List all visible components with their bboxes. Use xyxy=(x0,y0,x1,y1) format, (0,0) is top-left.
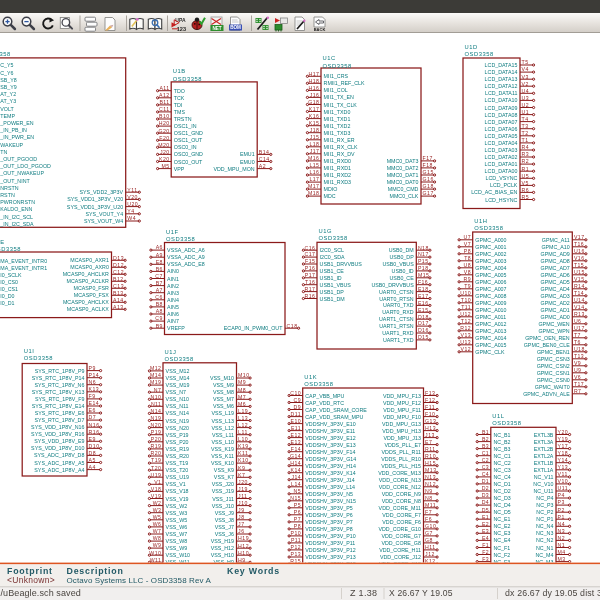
svg-text:VDDSHV_3P3V_P7: VDDSHV_3P3V_P7 xyxy=(305,519,352,525)
svg-text:GPMC_A011: GPMC_A011 xyxy=(475,314,506,320)
svg-text:H17: H17 xyxy=(309,71,320,77)
svg-text:R11: R11 xyxy=(425,446,435,452)
svg-text:MMC0_DAT3: MMC0_DAT3 xyxy=(387,158,419,164)
svg-text:T2: T2 xyxy=(522,130,529,136)
svg-text:B9: B9 xyxy=(156,323,163,329)
svg-text:VDD_CORE_G10: VDD_CORE_G10 xyxy=(379,526,421,532)
svg-text:N19: N19 xyxy=(151,415,162,421)
svg-text:B14: B14 xyxy=(259,149,270,155)
svg-text:NRSTN: NRSTN xyxy=(0,185,18,191)
svg-text:GPMC_CSN1: GPMC_CSN1 xyxy=(537,370,570,376)
svg-text:GPMC_A015: GPMC_A015 xyxy=(475,342,506,348)
svg-text:LCD_DATA12: LCD_DATA12 xyxy=(485,83,518,89)
svg-text:T8: T8 xyxy=(464,255,471,261)
svg-text:_IN_I2C_SCL: _IN_I2C_SCL xyxy=(0,214,33,220)
svg-text:GPMC_AD9: GPMC_AD9 xyxy=(541,251,570,257)
svg-text:U1E: U1E xyxy=(0,239,5,245)
svg-text:UART0_RTSN: UART0_RTSN xyxy=(379,296,414,302)
svg-text:RSTN: RSTN xyxy=(0,192,15,198)
svg-text:C16: C16 xyxy=(305,245,316,251)
svg-text:SB_Y9: SB_Y9 xyxy=(0,84,17,90)
svg-text:E6: E6 xyxy=(89,407,96,413)
svg-text:OSC0_GND: OSC0_GND xyxy=(174,151,203,157)
svg-text:VSS_P20: VSS_P20 xyxy=(166,439,189,445)
svg-text:SYS_RTC_1P8V_F9: SYS_RTC_1P8V_F9 xyxy=(35,396,84,402)
svg-text:P8: P8 xyxy=(294,523,301,529)
svg-text:UART1_TXD: UART1_TXD xyxy=(383,337,414,343)
svg-text:UART0_CTSN: UART0_CTSN xyxy=(379,289,414,295)
svg-text:SYS_RTC_1P8V_E14: SYS_RTC_1P8V_E14 xyxy=(32,403,85,409)
svg-text:VSS_K9: VSS_K9 xyxy=(214,467,234,473)
svg-text:_POWER_EN: _POWER_EN xyxy=(0,120,34,126)
svg-text:H19: H19 xyxy=(238,535,249,541)
svg-text:VSS_J6: VSS_J6 xyxy=(215,531,234,537)
svg-text:OSD3358: OSD3358 xyxy=(474,225,503,231)
svg-text:CAP_VDD_SRAM_MPU: CAP_VDD_SRAM_MPU xyxy=(305,414,363,420)
svg-text:MMC0_CLK: MMC0_CLK xyxy=(390,193,419,199)
svg-text:EXTL2B: EXTL2B xyxy=(534,446,554,452)
svg-text:V19: V19 xyxy=(151,493,162,499)
svg-text:VDD_MPU_F10: VDD_MPU_F10 xyxy=(383,414,421,420)
svg-text:F1: F1 xyxy=(482,542,489,548)
svg-text:VSS_N10: VSS_N10 xyxy=(166,396,189,402)
svg-text:R16: R16 xyxy=(89,429,100,435)
svg-text:NET: NET xyxy=(212,26,221,31)
svg-text:OSD3358: OSD3358 xyxy=(173,76,202,82)
svg-text:NC_D4: NC_D4 xyxy=(493,502,510,508)
svg-text:GPMC_ADVN_ALE: GPMC_ADVN_ALE xyxy=(523,391,570,397)
svg-text:GPMC_BEN1: GPMC_BEN1 xyxy=(537,349,570,355)
svg-text:VSS_H10: VSS_H10 xyxy=(211,552,234,558)
svg-text:AIN2: AIN2 xyxy=(167,283,179,289)
svg-text:J19: J19 xyxy=(238,486,248,492)
svg-text:N17: N17 xyxy=(418,251,429,257)
svg-text:GPMC_OEN_REN: GPMC_OEN_REN xyxy=(525,335,570,341)
svg-text:N4: N4 xyxy=(558,521,566,527)
svg-text:K13: K13 xyxy=(89,386,100,392)
svg-text:M17: M17 xyxy=(308,183,319,189)
svg-text:VSS_J8: VSS_J8 xyxy=(215,517,234,523)
svg-text:D2: D2 xyxy=(482,485,490,491)
svg-text:NC_C4: NC_C4 xyxy=(493,474,510,480)
svg-text:G10: G10 xyxy=(425,523,436,529)
svg-text:R7: R7 xyxy=(574,388,582,394)
svg-text:CAP_VDD_RTC: CAP_VDD_RTC xyxy=(305,400,344,406)
svg-text:SYS_VDD_1P8V_N16: SYS_VDD_1P8V_N16 xyxy=(31,424,84,430)
svg-text:VREFP: VREFP xyxy=(167,325,185,331)
svg-text:R10: R10 xyxy=(425,453,436,459)
svg-text:J13: J13 xyxy=(425,432,435,438)
svg-text:N6: N6 xyxy=(89,379,97,385)
svg-text:LCD_DATA01: LCD_DATA01 xyxy=(485,161,518,167)
svg-text:VDDSHV_3P3V_E11: VDDSHV_3P3V_E11 xyxy=(305,428,355,434)
svg-text:N20: N20 xyxy=(151,422,162,428)
svg-text:A12: A12 xyxy=(159,92,170,98)
svg-text:M6: M6 xyxy=(238,401,246,407)
svg-text:N2: N2 xyxy=(558,535,566,541)
svg-text:VSS_R20: VSS_R20 xyxy=(166,453,189,459)
svg-text:VSS_W10: VSS_W10 xyxy=(166,552,190,558)
svg-text:VSS_L12: VSS_L12 xyxy=(212,425,234,431)
svg-text:U3: U3 xyxy=(522,95,530,101)
svg-text:C_Y5: C_Y5 xyxy=(0,62,13,68)
svg-text:MCASP0_ACLKX: MCASP0_ACLKX xyxy=(67,306,110,312)
svg-text:_IN_PWR_EN: _IN_PWR_EN xyxy=(0,134,34,140)
svg-text:USB1_CE: USB1_CE xyxy=(320,268,345,274)
svg-text:GPMC_A000: GPMC_A000 xyxy=(475,237,506,243)
svg-text:U1H: U1H xyxy=(474,218,487,224)
svg-text:VSS_L10: VSS_L10 xyxy=(212,439,234,445)
svg-text:Key Words: Key Words xyxy=(227,566,280,576)
svg-text:E15: E15 xyxy=(418,307,429,313)
svg-text:P16: P16 xyxy=(305,265,316,271)
svg-text:I0_D1: I0_D1 xyxy=(0,300,14,306)
svg-text:NC_C3: NC_C3 xyxy=(493,467,510,473)
svg-text:NC_P3: NC_P3 xyxy=(536,502,553,508)
svg-text:R3: R3 xyxy=(522,151,530,157)
svg-text:K9: K9 xyxy=(238,465,245,471)
svg-text:VDD_CORE_N9: VDD_CORE_N9 xyxy=(382,491,421,497)
svg-text:D13: D13 xyxy=(113,255,124,261)
svg-text:TDI: TDI xyxy=(174,102,183,108)
svg-text:E3: E3 xyxy=(482,528,489,534)
svg-text:NC_E1: NC_E1 xyxy=(493,516,510,522)
svg-text:A9: A9 xyxy=(156,252,163,258)
svg-text:M15: M15 xyxy=(418,272,429,278)
svg-text:GPMC_A10: GPMC_A10 xyxy=(541,244,569,250)
